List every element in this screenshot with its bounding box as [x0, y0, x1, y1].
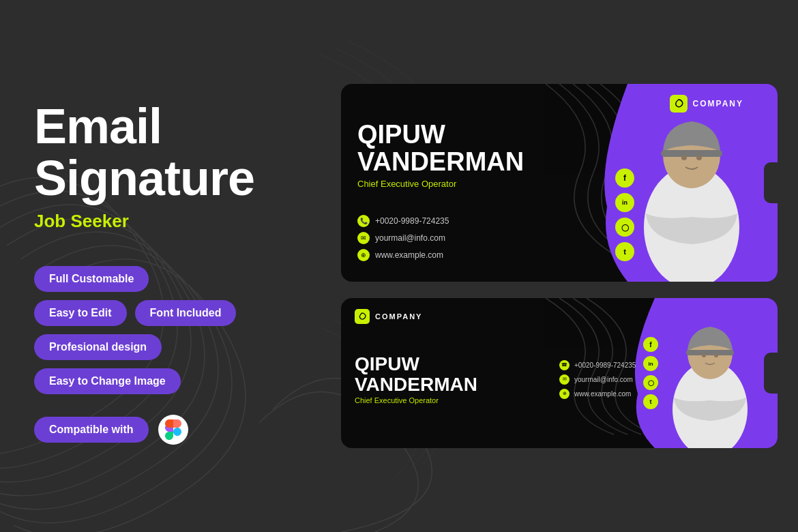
card1-email: yourmail@info.com: [375, 233, 445, 243]
card2-email: yourmail@info.com: [574, 376, 633, 383]
figma-icon: [158, 415, 188, 445]
compatible-label: Compatible with: [34, 417, 149, 443]
linkedin-icon: in: [615, 193, 634, 212]
card2-email-row: ✉ yourmail@info.com: [559, 374, 764, 385]
twitter-icon: t: [615, 242, 634, 261]
card2-company: COMPANY: [375, 312, 422, 321]
badge-row-4: Easy to Change Image: [34, 368, 181, 394]
signature-card-1: COMPANY QIPUW VANDERMAN Chief Executive …: [341, 84, 778, 282]
card2-title: Chief Executive Operator: [355, 396, 559, 404]
card1-phone-row: 📞 +0020-9989-724235: [357, 215, 449, 227]
badge-row-2: Easy to Edit Font Included: [34, 300, 236, 326]
card2-web-icon: ⊕: [559, 389, 570, 399]
email-icon: ✉: [357, 232, 370, 244]
card1-content: COMPANY QIPUW VANDERMAN Chief Executive …: [341, 84, 778, 282]
instagram-icon: ◯: [615, 218, 634, 237]
card2-social-icons: f in ◯ t: [643, 337, 658, 409]
card2-phone-row: ☎ +0020-9989-724235: [559, 360, 764, 370]
card2-phone-icon: ☎: [559, 360, 570, 370]
badge-font-included: Font Included: [135, 300, 237, 326]
left-panel: Email Signature Job Seeker Full Customab…: [34, 0, 293, 532]
badge-row-1: Full Customable: [34, 266, 149, 292]
card1-web-row: ⊕ www.example.com: [357, 249, 449, 261]
badge-change-image: Easy to Change Image: [34, 368, 181, 394]
card2-phone: +0020-9989-724235: [574, 361, 636, 369]
web-icon: ⊕: [357, 249, 370, 261]
badge-professional: Profesional design: [34, 334, 162, 360]
card2-facebook-icon: f: [643, 337, 658, 352]
card2-twitter-icon: t: [643, 394, 658, 409]
card1-social-icons: f in ◯ t: [615, 168, 634, 261]
badge-row-3: Profesional design: [34, 334, 162, 360]
compatible-row: Compatible with: [34, 415, 293, 445]
card2-name-line1: QIPUW: [355, 354, 559, 374]
card2-website: www.example.com: [574, 390, 631, 398]
signature-card-2: COMPANY QIPUW VANDERMAN Chief Executive …: [341, 298, 778, 448]
card2-instagram-icon: ◯: [643, 375, 658, 390]
badges-container: Full Customable Easy to Edit Font Includ…: [34, 266, 293, 394]
card2-name-block: QIPUW VANDERMAN Chief Executive Operator: [355, 354, 559, 404]
main-title: Email Signature: [34, 101, 293, 204]
phone-icon: 📞: [357, 215, 370, 227]
badge-easy-edit: Easy to Edit: [34, 300, 127, 326]
card1-phone: +0020-9989-724235: [375, 216, 449, 226]
badge-full-customable: Full Customable: [34, 266, 149, 292]
card1-email-row: ✉ yourmail@info.com: [357, 232, 449, 244]
facebook-icon: f: [615, 168, 634, 188]
card2-linkedin-icon: in: [643, 356, 658, 371]
card1-name-line2: VANDERMAN: [357, 149, 524, 176]
card1-company: COMPANY: [693, 99, 743, 108]
card2-name-line2: VANDERMAN: [355, 374, 559, 394]
card1-title: Chief Executive Operator: [357, 179, 524, 189]
card1-website: www.example.com: [375, 250, 443, 260]
card2-email-icon: ✉: [559, 374, 570, 385]
card1-name-line1: QIPUW: [357, 121, 524, 149]
subtitle: Job Seeker: [34, 211, 293, 232]
card2-contact: ☎ +0020-9989-724235 ✉ yourmail@info.com …: [559, 360, 764, 399]
card2-web-row: ⊕ www.example.com: [559, 389, 764, 399]
card2-notch: [764, 353, 778, 394]
right-panel: COMPANY QIPUW VANDERMAN Chief Executive …: [341, 0, 778, 532]
card1-notch: [764, 162, 778, 203]
